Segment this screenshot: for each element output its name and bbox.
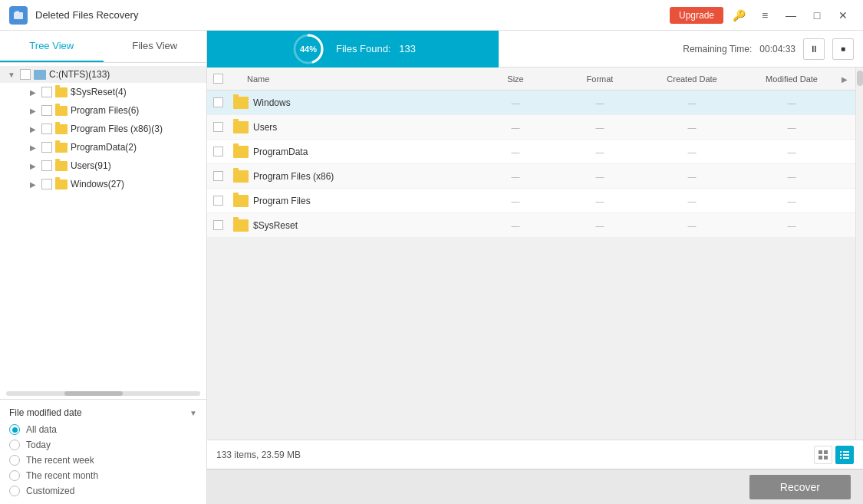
- col-nav-header: ▶: [842, 74, 857, 84]
- tab-tree-view[interactable]: Tree View: [0, 31, 104, 62]
- scroll-thumb: [64, 391, 123, 396]
- root-checkbox[interactable]: [20, 69, 31, 80]
- file-checkbox[interactable]: [213, 196, 223, 206]
- menu-icon[interactable]: ≡: [754, 5, 776, 26]
- checkbox[interactable]: [41, 87, 52, 97]
- tree-label: Users(91): [71, 160, 111, 171]
- filter-title: File modified date: [9, 407, 82, 418]
- close-button[interactable]: ✕: [832, 5, 854, 26]
- tree-root-drive[interactable]: ▼ C:(NTFS)(133): [0, 66, 206, 83]
- expand-icon: ▶: [28, 87, 38, 97]
- col-name-header[interactable]: Name: [229, 74, 473, 84]
- svg-rect-11: [843, 454, 849, 456]
- file-checkbox[interactable]: [213, 122, 223, 132]
- file-checkbox-area[interactable]: [213, 147, 229, 156]
- pause-icon: ⏸: [809, 44, 819, 54]
- folder-icon: [233, 170, 249, 183]
- radio-customized[interactable]: [9, 486, 20, 496]
- pause-button[interactable]: ⏸: [803, 38, 825, 60]
- file-checkbox-area[interactable]: [213, 171, 229, 181]
- file-checkbox-area[interactable]: [213, 220, 229, 230]
- filter-recent-month[interactable]: The recent month: [9, 470, 197, 481]
- tree-item-programdata[interactable]: ▶ ProgramData(2): [21, 138, 206, 156]
- header-check[interactable]: [213, 74, 229, 84]
- checkbox[interactable]: [41, 124, 52, 134]
- radio-recent-week[interactable]: [9, 455, 20, 466]
- file-row[interactable]: Users — — — —: [207, 115, 863, 140]
- checkbox[interactable]: [41, 179, 52, 189]
- title-bar: Deleted Files Recovery Upgrade 🔑 ≡ — □ ✕: [0, 0, 863, 31]
- file-size: —: [473, 147, 558, 156]
- file-created: —: [642, 98, 742, 107]
- right-scrollbar[interactable]: [855, 68, 863, 440]
- tree-item-windows[interactable]: ▶ Windows(27): [21, 175, 206, 193]
- tree-item-programfiles-x86[interactable]: ▶ Program Files (x86)(3): [21, 120, 206, 138]
- stop-button[interactable]: ■: [832, 38, 854, 60]
- radio-recent-month[interactable]: [9, 470, 20, 481]
- file-checkbox[interactable]: [213, 97, 223, 107]
- minimize-button[interactable]: —: [780, 5, 802, 26]
- file-checkbox-area[interactable]: [213, 122, 229, 132]
- filter-customized[interactable]: Customized: [9, 486, 197, 496]
- file-modified: —: [742, 123, 842, 132]
- filter-recent-week[interactable]: The recent week: [9, 455, 197, 466]
- file-checkbox[interactable]: [213, 171, 223, 181]
- file-checkbox[interactable]: [213, 147, 223, 156]
- radio-all-data[interactable]: [9, 424, 20, 435]
- grid-view-button[interactable]: [814, 446, 832, 464]
- app-title: Deleted Files Recovery: [35, 9, 662, 21]
- file-modified: —: [742, 221, 842, 230]
- file-checkbox-area[interactable]: [213, 196, 229, 206]
- file-row[interactable]: Program Files (x86) — — — —: [207, 164, 863, 189]
- filter-section: File modified date ▼ All data Today The …: [0, 399, 206, 504]
- folder-icon: [233, 146, 249, 158]
- select-all-checkbox[interactable]: [213, 74, 223, 84]
- col-created-header[interactable]: Created Date: [642, 74, 742, 84]
- file-row[interactable]: ProgramData — — — —: [207, 140, 863, 164]
- file-modified: —: [742, 172, 842, 181]
- file-format: —: [558, 147, 642, 156]
- list-icon: [839, 450, 850, 460]
- file-name: $SysReset: [253, 220, 473, 231]
- col-format-header[interactable]: Format: [558, 74, 642, 84]
- file-row[interactable]: $SysReset — — — —: [207, 213, 863, 238]
- file-modified: —: [742, 196, 842, 206]
- recover-button[interactable]: Recover: [749, 475, 851, 499]
- file-created: —: [642, 221, 742, 230]
- file-size: —: [473, 172, 558, 181]
- key-icon[interactable]: 🔑: [728, 5, 749, 26]
- svg-rect-9: [843, 451, 849, 453]
- checkbox[interactable]: [41, 160, 52, 171]
- radio-today[interactable]: [9, 440, 20, 450]
- filter-header[interactable]: File modified date ▼: [9, 407, 197, 418]
- tab-files-view[interactable]: Files View: [104, 31, 207, 62]
- file-format: —: [558, 196, 642, 206]
- file-format: —: [558, 172, 642, 181]
- filter-all-data[interactable]: All data: [9, 424, 197, 435]
- file-row[interactable]: Windows — — — —: [207, 91, 863, 115]
- file-checkbox[interactable]: [213, 220, 223, 230]
- checkbox[interactable]: [41, 142, 52, 153]
- list-view-button[interactable]: [835, 446, 854, 464]
- maximize-button[interactable]: □: [806, 5, 828, 26]
- window-controls: Upgrade 🔑 ≡ — □ ✕: [670, 5, 854, 26]
- svg-rect-12: [840, 457, 842, 459]
- drive-icon: [34, 70, 46, 80]
- folder-icon: [55, 143, 68, 153]
- checkbox[interactable]: [41, 105, 52, 116]
- upgrade-button[interactable]: Upgrade: [670, 7, 723, 24]
- col-modified-header[interactable]: Modified Date: [742, 74, 842, 84]
- col-size-header[interactable]: Size: [473, 74, 558, 84]
- grid-icon: [818, 450, 828, 460]
- recover-btn-bar: Recover: [207, 469, 863, 504]
- tree-item-programfiles[interactable]: ▶ Program Files(6): [21, 101, 206, 120]
- filter-today[interactable]: Today: [9, 440, 197, 450]
- tree-item-users[interactable]: ▶ Users(91): [21, 156, 206, 175]
- file-checkbox-area[interactable]: [213, 97, 229, 107]
- file-modified: —: [742, 147, 842, 156]
- file-row[interactable]: Program Files — — — —: [207, 189, 863, 213]
- file-created: —: [642, 123, 742, 132]
- tree-item-sysreset[interactable]: ▶ $SysReset(4): [21, 83, 206, 101]
- file-created: —: [642, 196, 742, 206]
- radio-label: All data: [26, 424, 57, 435]
